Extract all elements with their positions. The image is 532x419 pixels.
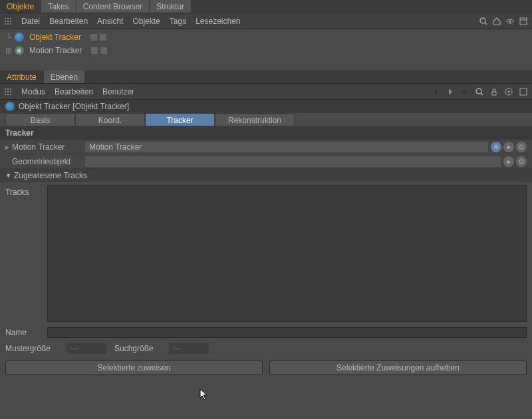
motion-tracker-input[interactable]: Motion Tracker [85, 142, 488, 152]
svg-line-1 [485, 23, 487, 25]
chevron-right-icon[interactable]: ▸ [503, 156, 514, 167]
svg-point-6 [476, 88, 481, 94]
tracks-label: Tracks [5, 185, 42, 322]
tree-visibility-dots[interactable] [90, 34, 106, 41]
grip-icon[interactable] [4, 88, 12, 96]
picker-icon[interactable]: ⊙ [516, 156, 527, 167]
tab-struktur[interactable]: Struktur [150, 0, 192, 13]
section-zugewiesene-tracks[interactable]: ▼ Zugewiesene Tracks [0, 169, 532, 182]
field-name: Name [0, 325, 532, 341]
unassign-selected-button[interactable]: Selektierte Zuweisungen aufheben [269, 360, 527, 375]
menu-tags[interactable]: Tags [170, 17, 186, 26]
chevron-down-icon: ▼ [5, 172, 11, 179]
svg-rect-8 [492, 92, 496, 95]
menu-lesezeichen[interactable]: Lesezeichen [196, 17, 240, 26]
svg-point-10 [508, 90, 510, 92]
tree-row-objekt-tracker[interactable]: └ Objekt Tracker [0, 31, 532, 44]
search-icon[interactable] [475, 87, 484, 96]
subtab-tracker[interactable]: Tracker [145, 113, 215, 126]
nav-back-icon[interactable] [431, 87, 440, 96]
tab-attribute[interactable]: Attribute [0, 70, 44, 83]
section-label: Zugewiesene Tracks [14, 171, 87, 180]
tree-expand-plus-icon[interactable]: ⊞ [5, 47, 12, 54]
tab-ebenen[interactable]: Ebenen [44, 70, 85, 83]
tree-row-motion-tracker[interactable]: ⊞ ⊗ Motion Tracker [0, 44, 532, 57]
menu-objekte[interactable]: Objekte [132, 17, 160, 26]
menu-bearbeiten-attr[interactable]: Bearbeiten [55, 87, 93, 96]
tab-objekte[interactable]: Objekte [0, 0, 41, 13]
attribute-subtabs: Basis Koord. Tracker Rekonstruktion [0, 113, 532, 126]
chevron-right-icon[interactable]: ▸ [5, 142, 12, 152]
home-icon[interactable] [492, 17, 501, 26]
panel-icon[interactable] [519, 87, 528, 96]
menu-ansicht[interactable]: Ansicht [97, 17, 123, 26]
section-tracker: Tracker [0, 126, 532, 140]
menu-modus[interactable]: Modus [21, 87, 45, 96]
suchgroesse-value: --- [169, 343, 209, 354]
tree-label: Objekt Tracker [27, 33, 84, 42]
cursor-icon [200, 388, 210, 402]
target-icon[interactable] [504, 87, 513, 96]
size-row: Mustergröße --- Suchgröße --- [0, 341, 532, 356]
link-target-icon[interactable]: ⊗ [491, 142, 501, 152]
tree-expand-icon[interactable]: └ [5, 34, 12, 41]
object-tree: └ Objekt Tracker ⊞ ⊗ Motion Tracker [0, 29, 532, 70]
tree-visibility-dots[interactable] [91, 47, 107, 54]
globe-icon [5, 102, 15, 111]
tab-content-browser[interactable]: Content Browser [76, 0, 150, 13]
grip-icon[interactable] [4, 17, 12, 25]
objects-menubar: Datei Bearbeiten Ansicht Objekte Tags Le… [0, 13, 532, 29]
button-row: Selektierte zuweisen Selektierte Zuweisu… [0, 356, 532, 379]
name-label: Name [5, 328, 42, 337]
field-label: Geometrieobjekt [12, 157, 85, 166]
subtab-basis[interactable]: Basis [5, 113, 75, 126]
field-motion-tracker: ▸ Motion Tracker Motion Tracker ⊗ ▸ ⊙ [0, 140, 532, 154]
field-geometrieobjekt: Geometrieobjekt ▸ ⊙ [0, 154, 532, 169]
lock-icon[interactable] [489, 87, 499, 96]
tree-label: Motion Tracker [27, 46, 84, 55]
motion-tracker-icon: ⊗ [15, 46, 24, 55]
chevron-right-icon[interactable]: ▸ [503, 142, 514, 152]
suchgroesse-label: Suchgröße [114, 344, 161, 353]
mustergroesse-value: --- [66, 343, 106, 354]
tracks-listbox[interactable] [47, 185, 527, 322]
picker-icon[interactable]: ⊙ [516, 142, 527, 152]
tab-takes[interactable]: Takes [41, 0, 76, 13]
object-title: Objekt Tracker [Objekt Tracker] [19, 102, 129, 111]
svg-rect-11 [520, 88, 527, 95]
attribute-tabs: Attribute Ebenen [0, 70, 532, 84]
name-input[interactable] [47, 327, 527, 338]
svg-line-7 [481, 93, 483, 95]
object-header: Objekt Tracker [Objekt Tracker] [0, 100, 532, 113]
menu-bearbeiten[interactable]: Bearbeiten [49, 17, 88, 26]
subtab-rekonstruktion[interactable]: Rekonstruktion [215, 113, 295, 126]
mustergroesse-label: Mustergröße [5, 344, 59, 353]
assign-selected-button[interactable]: Selektierte zuweisen [5, 360, 263, 375]
search-icon[interactable] [479, 17, 488, 26]
eye-icon[interactable] [505, 17, 515, 26]
panel-icon[interactable] [519, 17, 528, 26]
nav-up-icon[interactable] [460, 87, 469, 96]
globe-icon [15, 33, 24, 42]
menu-datei[interactable]: Datei [21, 17, 40, 26]
menu-benutzer[interactable]: Benutzer [102, 87, 134, 96]
nav-forward-icon[interactable] [446, 87, 455, 96]
svg-point-3 [509, 20, 511, 22]
top-tabs: Objekte Takes Content Browser Struktur [0, 0, 532, 13]
attribute-menubar: Modus Bearbeiten Benutzer [0, 84, 532, 100]
tracks-body: Tracks [0, 182, 532, 325]
subtab-koord[interactable]: Koord. [75, 113, 145, 126]
svg-rect-4 [520, 18, 527, 25]
field-label: Motion Tracker [12, 142, 85, 152]
geometrie-input[interactable] [85, 156, 501, 167]
svg-point-0 [480, 18, 485, 23]
